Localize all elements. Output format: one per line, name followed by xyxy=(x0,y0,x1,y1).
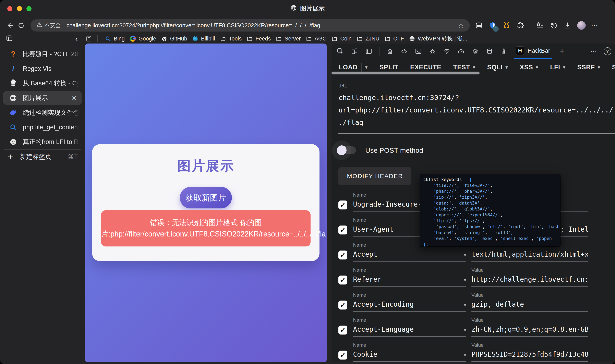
hackbar-button-execute[interactable]: EXECUTE xyxy=(410,64,441,71)
hackbar-button-xss[interactable]: XSS▾ xyxy=(520,64,538,71)
sidebar-tab[interactable]: ?比赛题目 - ?CTF 2025 xyxy=(3,47,82,61)
bookmark-item[interactable]: Feeds xyxy=(244,35,273,42)
add-devtools-tab-icon[interactable]: + xyxy=(558,46,566,56)
lighthouse-tab-icon[interactable] xyxy=(500,47,508,55)
sidebar-tab[interactable]: 真正的from LFI to RCE—— xyxy=(3,135,82,149)
memory-tab-icon[interactable] xyxy=(471,47,479,55)
bookmark-item[interactable]: Server xyxy=(273,35,303,42)
security-status[interactable]: 不安全 xyxy=(36,22,61,29)
bookmark-item[interactable]: CTF xyxy=(382,35,406,42)
inspect-element-icon[interactable] xyxy=(336,47,344,55)
modify-header-button[interactable]: MODIFY HEADER xyxy=(339,167,411,185)
reader-extension-icon[interactable] xyxy=(475,21,483,30)
post-method-toggle[interactable] xyxy=(339,146,356,154)
new-tab-shortcut: ⌘T xyxy=(68,153,78,161)
bookmark-item[interactable]: Bilibili xyxy=(190,35,217,42)
tampermonkey-icon[interactable] xyxy=(502,21,511,30)
sidebar-tab[interactable]: 从 Base64 转换 - CyberCh xyxy=(3,76,82,91)
hackbar-button-ssrf[interactable]: SSRF▾ xyxy=(577,64,600,71)
tab-hackbar[interactable]: H HackBar xyxy=(514,43,552,59)
bookmark-item[interactable]: Bing xyxy=(102,35,127,42)
bookmark-item[interactable]: AGC xyxy=(303,35,329,42)
chevron-down-icon[interactable]: ▾ xyxy=(464,303,466,308)
header-name-input[interactable]: Accept-Encoding ▾ xyxy=(353,300,466,312)
device-toolbar-icon[interactable] xyxy=(351,47,358,55)
header-enabled-checkbox[interactable]: ✓ xyxy=(339,225,347,234)
header-value-input[interactable]: PHPSESSID=212875fd54f9d713c48a xyxy=(471,350,588,362)
header-value-input[interactable]: gzip, deflate xyxy=(471,300,588,312)
header-value-input[interactable]: zh-CN,zh;q=0.9,en;q=0.8,en-GB xyxy=(471,325,588,337)
reading-list-icon[interactable] xyxy=(85,35,93,42)
hackbar-button-test[interactable]: TEST▾ xyxy=(453,64,475,71)
header-enabled-checkbox[interactable]: ✓ xyxy=(339,351,347,360)
profile-avatar[interactable] xyxy=(577,21,586,30)
browser-window: 图片展示 不安全 challenge.ilovectf.cn:30724/?ur… xyxy=(0,0,615,364)
header-enabled-checkbox[interactable]: ✓ xyxy=(339,250,347,260)
console-tab-icon[interactable] xyxy=(415,47,422,55)
extensions-puzzle-icon[interactable] xyxy=(516,21,525,30)
header-enabled-checkbox[interactable]: ✓ xyxy=(339,200,347,209)
zoom-window-button[interactable] xyxy=(26,6,32,11)
chevron-down-icon: ▾ xyxy=(563,65,565,70)
adblock-shield-icon[interactable]: 1 xyxy=(488,21,497,30)
minimize-window-button[interactable] xyxy=(17,6,22,11)
chevron-down-icon[interactable]: ▾ xyxy=(464,278,466,283)
header-value-input[interactable]: text/html,application/xhtml+xm xyxy=(471,250,588,261)
collapse-sidebar-icon[interactable]: ‹ xyxy=(75,34,78,43)
bookmark-item[interactable]: Tools xyxy=(217,35,244,42)
bookmark-item[interactable]: WebVPN 转换 | 浙... xyxy=(406,35,470,42)
sidebar-tab[interactable]: 绕过检测实现文件包含方法 xyxy=(3,105,82,120)
header-name-input[interactable]: Cookie ▾ xyxy=(353,350,466,362)
tab-sidebar: ‹ ?比赛题目 - ?CTF 2025/Regex Vis从 Base64 转换… xyxy=(0,34,85,364)
toolbar-separator xyxy=(530,21,530,29)
performance-tab-icon[interactable] xyxy=(457,47,465,55)
sidebar-tab[interactable]: php file_get_contents漏洞 xyxy=(3,120,82,135)
chevron-down-icon[interactable]: ▾ xyxy=(464,328,466,333)
horizontal-scrollbar[interactable] xyxy=(331,72,480,74)
tab-panels-icon[interactable] xyxy=(6,35,13,43)
hackbar-button-lfi[interactable]: LFI▾ xyxy=(550,64,566,71)
new-tab-button[interactable]: + 新建标签页 ⌘T xyxy=(0,150,85,164)
header-enabled-checkbox[interactable]: ✓ xyxy=(339,300,347,310)
sidebar-tab-active[interactable]: 图片展示✕ xyxy=(3,91,82,105)
header-enabled-checkbox[interactable]: ✓ xyxy=(339,325,347,335)
url-field[interactable]: challenge.ilovectf.cn:30724/? url=php://… xyxy=(339,91,615,134)
more-menu-icon[interactable]: ⋯ xyxy=(591,21,598,29)
warning-icon xyxy=(36,22,42,29)
hackbar-button-sqli[interactable]: SQLI▾ xyxy=(487,64,508,71)
header-name-input[interactable]: Accept-Language ▾ xyxy=(353,325,466,337)
bookmark-star-icon[interactable]: ☆ xyxy=(458,21,464,29)
devtools-help-icon[interactable]: ? xyxy=(604,47,611,55)
devtools-more-icon[interactable]: ⋯ xyxy=(590,47,598,55)
hackbar-button-load[interactable]: LOAD▾ xyxy=(339,63,368,72)
chevron-down-icon[interactable]: ▾ xyxy=(464,353,466,358)
bookmark-item[interactable]: ZJNU xyxy=(354,35,382,42)
back-button[interactable] xyxy=(4,22,15,29)
bookmark-item[interactable]: Coin xyxy=(329,35,354,42)
sources-tab-icon[interactable] xyxy=(400,47,408,55)
hackbar-button-s[interactable]: S xyxy=(612,64,615,71)
sidebar-tab[interactable]: /Regex Vis xyxy=(3,61,82,76)
header-enabled-checkbox[interactable]: ✓ xyxy=(339,275,347,285)
reload-button[interactable] xyxy=(15,22,27,29)
header-name-input[interactable]: Accept ▾ xyxy=(353,250,466,261)
close-window-button[interactable] xyxy=(7,6,13,11)
debugger-bug-icon[interactable] xyxy=(429,47,436,55)
header-value-input[interactable]: http://challenge.ilovectf.cn:3 xyxy=(471,275,588,286)
bookmark-item[interactable]: Google xyxy=(127,35,159,42)
downloads-icon[interactable] xyxy=(563,21,572,30)
fetch-new-image-button[interactable]: 获取新图片 xyxy=(180,187,232,208)
favorites-icon[interactable] xyxy=(536,21,544,30)
close-tab-icon[interactable]: ✕ xyxy=(72,95,79,102)
network-tab-icon[interactable] xyxy=(443,47,451,55)
hackbar-button-split[interactable]: SPLIT xyxy=(379,64,398,71)
chevron-down-icon[interactable]: ▾ xyxy=(464,253,466,258)
home-tab-icon[interactable] xyxy=(386,47,394,55)
history-icon[interactable] xyxy=(550,21,558,30)
dock-side-icon[interactable] xyxy=(365,47,373,55)
header-name-input[interactable]: Referer ▾ xyxy=(353,275,466,286)
bookmark-item[interactable]: GitHub xyxy=(159,35,190,42)
application-storage-icon[interactable] xyxy=(486,47,493,55)
url-text[interactable]: challenge.ilovectf.cn:30724/?url=php://f… xyxy=(66,22,456,29)
address-bar[interactable]: 不安全 challenge.ilovectf.cn:30724/?url=php… xyxy=(30,19,470,32)
